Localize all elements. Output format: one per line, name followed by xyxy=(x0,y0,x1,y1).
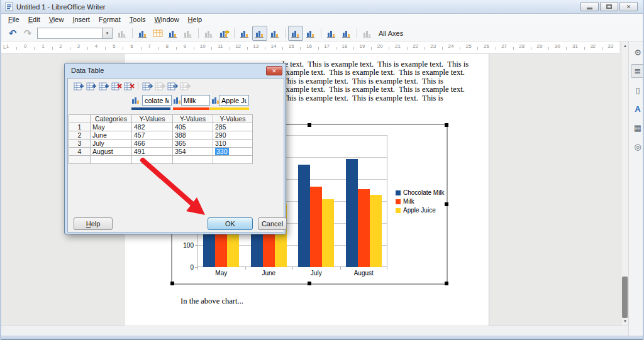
move-series-left-icon[interactable] xyxy=(142,80,153,91)
selection-handle[interactable] xyxy=(445,202,448,206)
ruler-number: 33 xyxy=(604,43,617,49)
x-grid-icon[interactable] xyxy=(288,26,303,41)
data-table-dialog: Data Table ✕ CategoriesY-ValuesY-ValuesY… xyxy=(64,63,286,234)
menu-window[interactable]: Window xyxy=(150,14,183,25)
selection-handle[interactable] xyxy=(308,123,311,127)
row-number[interactable]: 3 xyxy=(69,140,91,148)
horizontal-scrollbar-strip[interactable] xyxy=(1,326,628,336)
axes-descriptions-icon[interactable] xyxy=(252,26,267,41)
series-name-input[interactable] xyxy=(219,95,249,106)
combo-dropdown-icon[interactable]: ▾ xyxy=(102,28,112,38)
value-cell[interactable]: 290 xyxy=(213,131,253,140)
empty-cell[interactable] xyxy=(213,156,253,164)
delete-row-icon[interactable] xyxy=(111,80,122,91)
writer-app-icon xyxy=(5,2,13,11)
value-cell[interactable]: 466 xyxy=(132,140,173,148)
insert-row-icon[interactable] xyxy=(74,80,84,91)
series-name-input[interactable] xyxy=(142,95,172,106)
menu-view[interactable]: View xyxy=(45,14,69,25)
series-name-input[interactable] xyxy=(181,95,210,106)
menu-insert[interactable]: Insert xyxy=(68,14,94,25)
undo-icon[interactable]: ↶ xyxy=(5,26,20,41)
value-cell[interactable]: 405 xyxy=(173,123,213,131)
text-line: example text. This is example text. This… xyxy=(282,69,469,77)
menu-file[interactable]: File xyxy=(4,14,24,25)
value-cell[interactable]: 491 xyxy=(132,148,173,156)
ruler-number: 9 xyxy=(179,43,191,49)
cancel-button[interactable]: Cancel xyxy=(258,217,287,230)
move-row-up-icon[interactable] xyxy=(167,80,178,91)
category-cell[interactable]: June xyxy=(91,131,132,140)
category-cell[interactable]: August xyxy=(91,148,132,156)
ruler-number: 20 xyxy=(374,43,386,49)
redo-icon[interactable]: ↷ xyxy=(20,26,35,41)
close-window-button[interactable]: ✕ xyxy=(619,2,638,11)
value-cell[interactable]: 330 xyxy=(213,148,253,156)
row-number[interactable]: 1 xyxy=(69,123,91,131)
axes-titles-icon[interactable] xyxy=(267,26,282,41)
value-cell[interactable]: 285 xyxy=(213,123,253,131)
ruler-number: 27 xyxy=(498,43,511,49)
menu-help[interactable]: Help xyxy=(184,14,207,25)
gallery-icon[interactable]: ▦ xyxy=(631,121,644,134)
navigator-icon[interactable]: ◎ xyxy=(631,140,644,153)
text-line: This is example text. This is example te… xyxy=(282,77,469,85)
x-axis-label: July xyxy=(297,270,335,277)
chart-element-combo[interactable]: ▾ xyxy=(37,28,113,39)
legend-label: Chocolate Milk xyxy=(403,189,445,196)
data-table-icon[interactable] xyxy=(150,26,165,41)
ruler-number: 26 xyxy=(480,43,492,49)
value-cell[interactable]: 365 xyxy=(173,140,213,148)
menubar: FileEditViewInsertFormatToolsWindowHelp xyxy=(1,14,643,25)
insert-series-icon[interactable] xyxy=(86,80,97,91)
category-cell[interactable]: July xyxy=(91,140,132,148)
y-grid-icon[interactable] xyxy=(303,26,318,41)
ruler-number: 7 xyxy=(143,43,156,49)
menu-format[interactable]: Format xyxy=(94,14,125,25)
value-cell[interactable]: 310 xyxy=(213,140,253,148)
selection-handle[interactable] xyxy=(308,282,311,285)
insert-text-column-icon[interactable] xyxy=(99,80,109,91)
selection-handle[interactable] xyxy=(445,282,448,285)
value-cell[interactable]: 354 xyxy=(173,148,213,156)
value-cell[interactable]: 482 xyxy=(132,123,173,131)
menu-edit[interactable]: Edit xyxy=(24,14,45,25)
x-axis-icon[interactable] xyxy=(324,26,339,41)
page-icon[interactable]: ▯ xyxy=(631,83,644,97)
vertical-scrollbar[interactable]: ▲ ▼ xyxy=(621,41,628,326)
empty-cell[interactable] xyxy=(91,156,132,164)
axes-icon[interactable] xyxy=(237,26,252,41)
properties-icon[interactable]: ≣ xyxy=(631,64,644,78)
empty-cell[interactable] xyxy=(132,156,173,164)
ok-button[interactable]: OK xyxy=(208,217,253,230)
bar-milk-july xyxy=(310,187,322,267)
ruler-number: 28 xyxy=(516,43,528,49)
character-styles-icon[interactable]: A xyxy=(631,102,644,116)
selection-handle[interactable] xyxy=(445,123,448,127)
help-button[interactable]: Help xyxy=(74,217,113,230)
selected-cell-value[interactable]: 330 xyxy=(215,148,229,155)
empty-cell[interactable] xyxy=(69,156,91,164)
maximize-button[interactable] xyxy=(600,2,618,11)
y-axis-icon[interactable] xyxy=(339,26,354,41)
settings-gear-icon[interactable]: ⚙ xyxy=(631,45,644,59)
value-cell[interactable]: 388 xyxy=(173,131,213,140)
menu-tools[interactable]: Tools xyxy=(125,14,150,25)
window-title: Untitled 1 - LibreOffice Writer xyxy=(16,3,105,11)
row-number[interactable]: 2 xyxy=(69,131,91,140)
selection-handle[interactable] xyxy=(170,282,174,285)
bar-milk-august xyxy=(358,189,370,267)
horizontal-grids-icon[interactable] xyxy=(165,26,180,41)
text-line: example text. This is example text. This… xyxy=(282,85,469,94)
sidebar-tab-bar: ⚙≣▯A▦◎ xyxy=(628,41,644,336)
dialog-close-icon[interactable]: ✕ xyxy=(266,66,282,75)
chart-type-icon[interactable] xyxy=(135,26,150,41)
empty-cell[interactable] xyxy=(173,156,213,164)
legend-icon[interactable] xyxy=(216,26,231,41)
minimize-button[interactable] xyxy=(580,2,599,11)
scrollbar-thumb[interactable] xyxy=(622,277,628,318)
delete-series-icon[interactable] xyxy=(124,80,135,91)
category-cell[interactable]: May xyxy=(91,123,132,131)
row-number[interactable]: 4 xyxy=(69,148,91,156)
value-cell[interactable]: 457 xyxy=(132,131,173,140)
